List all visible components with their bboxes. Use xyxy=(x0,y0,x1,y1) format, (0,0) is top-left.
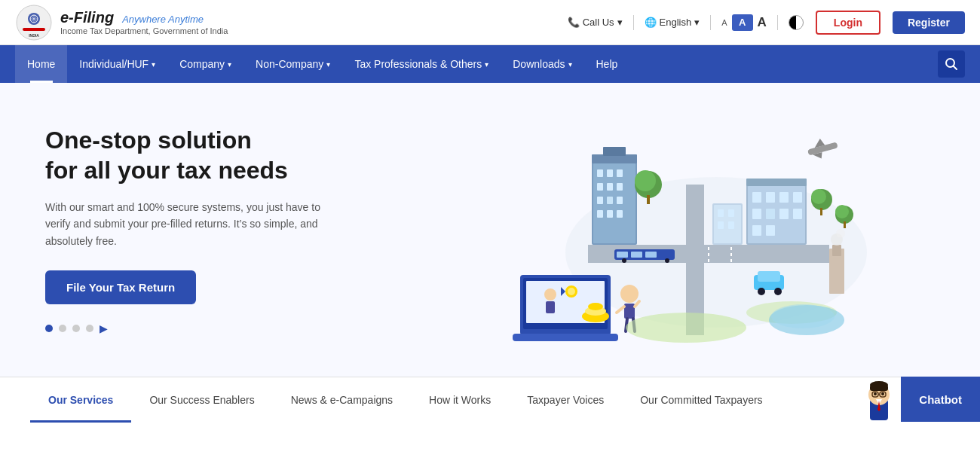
svg-rect-23 xyxy=(617,183,623,191)
svg-point-81 xyxy=(588,303,603,310)
tab-committed-taxpayers[interactable]: Our Committed Taxpayers xyxy=(622,377,780,423)
tab-news-campaigns[interactable]: News & e-Campaigns xyxy=(273,377,411,423)
svg-point-69 xyxy=(774,288,782,295)
svg-rect-47 xyxy=(718,209,724,217)
chatbot-button[interactable]: Chatbot xyxy=(901,377,980,422)
text-size-controls: A A A xyxy=(721,14,767,31)
svg-rect-42 xyxy=(752,225,761,236)
logo-text: e-Filing Anywhere Anytime Income Tax Dep… xyxy=(60,9,228,35)
svg-rect-31 xyxy=(603,147,626,156)
carousel-dot-2[interactable] xyxy=(59,325,66,332)
svg-point-91 xyxy=(771,304,835,328)
tab-success-enablers[interactable]: Our Success Enablers xyxy=(131,377,272,423)
nav-item-noncompany[interactable]: Non-Company ▾ xyxy=(243,45,342,83)
nav-help-label: Help xyxy=(596,58,618,70)
header-right: 📞 Call Us ▾ 🌐 English ▾ A A A Login Regi… xyxy=(568,11,965,35)
nav-company-label: Company xyxy=(179,58,225,70)
svg-point-76 xyxy=(568,288,575,295)
svg-rect-49 xyxy=(718,221,724,229)
svg-rect-34 xyxy=(752,192,761,203)
svg-rect-39 xyxy=(766,209,775,219)
language-selector[interactable]: 🌐 English ▾ xyxy=(645,17,700,28)
carousel-dot-3[interactable] xyxy=(72,325,80,332)
search-icon xyxy=(945,57,958,71)
contrast-toggle[interactable] xyxy=(789,15,804,30)
nav-item-individual[interactable]: Individual/HUF ▾ xyxy=(67,45,167,83)
text-size-normal[interactable]: A xyxy=(732,14,753,31)
svg-rect-27 xyxy=(597,210,603,218)
hero-content: One-stop solution for all your tax needs… xyxy=(45,125,407,334)
logo-subtitle: Income Tax Department, Government of Ind… xyxy=(60,26,228,35)
nav-downloads-label: Downloads xyxy=(513,58,565,70)
svg-rect-38 xyxy=(752,209,761,219)
nav-noncompany-label: Non-Company xyxy=(256,58,323,70)
svg-rect-36 xyxy=(779,192,789,203)
svg-rect-103 xyxy=(870,385,888,391)
call-us-label: Call Us xyxy=(583,17,614,28)
bottom-tabs: Our Services Our Success Enablers News &… xyxy=(0,377,980,422)
svg-rect-62 xyxy=(631,252,642,258)
svg-rect-28 xyxy=(607,210,613,218)
divider-3 xyxy=(777,15,778,30)
company-dropdown-icon: ▾ xyxy=(228,60,231,69)
language-label: English xyxy=(660,17,692,28)
tab-how-it-works[interactable]: How it Works xyxy=(411,377,509,423)
svg-rect-50 xyxy=(728,221,734,229)
login-button[interactable]: Login xyxy=(816,11,880,35)
svg-rect-48 xyxy=(728,209,734,217)
svg-rect-25 xyxy=(607,197,613,204)
svg-rect-53 xyxy=(647,195,650,204)
divider-2 xyxy=(710,15,711,30)
carousel-dot-1[interactable] xyxy=(45,325,53,332)
tab-news-campaigns-label: News & e-Campaigns xyxy=(291,394,393,406)
svg-point-58 xyxy=(835,205,849,218)
nav-item-tax-professionals[interactable]: Tax Professionals & Others ▾ xyxy=(342,45,501,83)
logo-tagline: Anywhere Anytime xyxy=(122,14,204,25)
phone-icon: 📞 xyxy=(568,17,580,28)
register-button[interactable]: Register xyxy=(893,11,965,34)
nav-individual-label: Individual/HUF xyxy=(79,58,149,70)
svg-rect-20 xyxy=(617,169,623,177)
tab-how-it-works-label: How it Works xyxy=(429,394,491,406)
downloads-dropdown-icon: ▾ xyxy=(568,60,572,69)
hero-illustration xyxy=(407,102,935,358)
svg-rect-22 xyxy=(607,183,613,191)
svg-rect-24 xyxy=(597,197,603,204)
svg-rect-26 xyxy=(617,197,623,204)
svg-rect-59 xyxy=(844,221,846,228)
navbar: Home Individual/HUF ▾ Company ▾ Non-Comp… xyxy=(0,45,980,83)
chatbot-avatar-icon xyxy=(862,378,896,422)
nav-item-help[interactable]: Help xyxy=(584,45,630,83)
svg-point-88 xyxy=(626,313,746,343)
text-size-small[interactable]: A xyxy=(721,18,727,27)
svg-text:INDIA: INDIA xyxy=(29,33,39,38)
tab-our-services[interactable]: Our Services xyxy=(30,377,131,423)
text-size-large[interactable]: A xyxy=(758,15,767,30)
globe-icon: 🌐 xyxy=(645,17,657,28)
svg-rect-56 xyxy=(820,208,822,215)
nav-item-company[interactable]: Company ▾ xyxy=(167,45,243,83)
svg-point-95 xyxy=(836,229,845,238)
file-tax-return-button[interactable]: File Your Tax Return xyxy=(45,270,196,304)
svg-point-55 xyxy=(811,189,826,204)
nav-search-button[interactable] xyxy=(938,50,965,78)
svg-rect-40 xyxy=(779,209,789,219)
svg-rect-35 xyxy=(766,192,775,203)
svg-point-52 xyxy=(635,170,656,191)
svg-rect-61 xyxy=(617,252,628,258)
nav-item-downloads[interactable]: Downloads ▾ xyxy=(501,45,583,83)
nav-item-home[interactable]: Home xyxy=(15,45,67,83)
svg-rect-29 xyxy=(617,210,623,218)
svg-rect-37 xyxy=(793,192,802,203)
hero-title-line2: for all your tax needs xyxy=(45,157,288,184)
call-us[interactable]: 📞 Call Us ▾ xyxy=(568,17,623,28)
tab-taxpayer-voices[interactable]: Taxpayer Voices xyxy=(509,377,622,423)
hero-isometric-illustration xyxy=(475,102,867,358)
tab-taxpayer-voices-label: Taxpayer Voices xyxy=(527,394,604,406)
svg-rect-63 xyxy=(645,252,657,258)
carousel-dot-4[interactable] xyxy=(86,325,93,332)
carousel-next-icon[interactable]: ▶ xyxy=(100,322,108,334)
header-utilities: 📞 Call Us ▾ 🌐 English ▾ A A A xyxy=(568,14,804,31)
nav-home-label: Home xyxy=(27,58,55,70)
svg-rect-74 xyxy=(546,301,555,313)
